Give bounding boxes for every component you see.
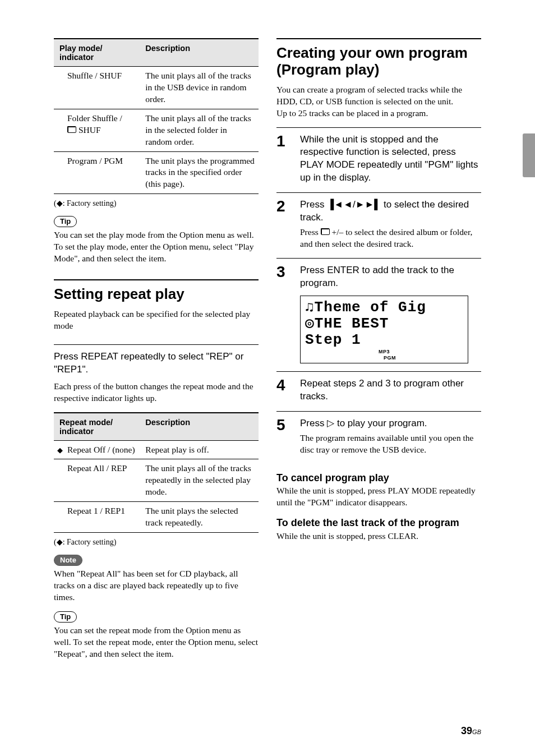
default-marker-icon: ◆: [57, 445, 63, 455]
step-sub: Press +/– to select the desired album or…: [300, 227, 481, 250]
table-row: Shuffle / SHUF The unit plays all of the…: [54, 67, 259, 109]
display-line: ◎THE BEST: [305, 316, 463, 332]
step-number: 1: [276, 133, 290, 185]
table-row: Folder Shuffle / SHUF The unit plays all…: [54, 109, 259, 151]
display-line: ♫Theme of Gig: [305, 299, 463, 316]
step-number: 5: [276, 417, 290, 456]
section-heading-program: Creating your own program (Program play): [276, 38, 481, 79]
display-indicator: PGM: [305, 356, 463, 361]
cancel-text: While the unit is stopped, press PLAY MO…: [276, 485, 481, 509]
tip-text: You can set the repeat mode from the Opt…: [54, 625, 259, 660]
mode-cell: Program / PGM: [67, 156, 123, 165]
mode-cell: Shuffle / SHUF: [67, 71, 122, 80]
mode-suffix: SHUF: [76, 125, 101, 135]
desc-cell: The unit plays all of the tracks in the …: [140, 67, 259, 109]
step: 5 Press ▷ to play your program. The prog…: [276, 411, 481, 464]
display-line: Step 1: [305, 332, 463, 348]
repeat-desc: Each press of the button changes the rep…: [54, 381, 259, 404]
page-number: 39GB: [461, 725, 481, 737]
note-text: When "Repeat All" has been set for CD pl…: [54, 568, 259, 603]
right-column: Creating your own program (Program play)…: [276, 38, 481, 668]
folder-icon: [321, 227, 330, 237]
folder-icon: [67, 125, 76, 135]
step: 1 While the unit is stopped and the resp…: [276, 127, 481, 193]
step-head: While the unit is stopped and the respec…: [300, 133, 481, 185]
desc-cell: The unit plays the programmed tracks in …: [140, 151, 259, 194]
step: 3 Press ENTER to add the track to the pr…: [276, 258, 481, 371]
table-header: Description: [145, 418, 190, 427]
table-header: Description: [145, 44, 190, 53]
display-indicator: MP3: [305, 349, 463, 354]
left-column: Play mode/ indicator Description Shuffle…: [54, 38, 259, 668]
play-mode-table: Play mode/ indicator Description Shuffle…: [54, 38, 259, 194]
step-head: Press ▐◄◄/►►▌ to select the desired trac…: [300, 199, 481, 224]
step-number: 2: [276, 199, 290, 250]
table-row: Repeat 1 / REP1 The unit plays the selec…: [54, 502, 259, 533]
desc-cell: The unit plays the selected track repeat…: [140, 502, 259, 533]
next-track-icon: ►►▌: [356, 199, 381, 210]
repeat-step: Press REPEAT repeatedly to select "REP" …: [54, 351, 259, 376]
step: 2 Press ▐◄◄/►►▌ to select the desired tr…: [276, 192, 481, 258]
table-row: ◆Repeat Off / (none) Repeat play is off.: [54, 440, 259, 459]
prog-intro: You can create a program of selected tra…: [276, 84, 481, 108]
tip-label: Tip: [54, 216, 77, 227]
repeat-mode-table: Repeat mode/ indicator Description ◆Repe…: [54, 412, 259, 533]
step-number: 4: [276, 377, 290, 403]
note-label: Note: [54, 555, 82, 566]
side-tab: [523, 133, 535, 177]
subheading-delete: To delete the last track of the program: [276, 517, 481, 529]
step-head: Press ENTER to add the track to the prog…: [300, 264, 481, 290]
desc-cell: The unit plays all of the tracks repeate…: [140, 459, 259, 502]
step-number: 3: [276, 264, 290, 363]
mode-cell: Repeat All / REP: [67, 463, 127, 473]
step-sub: The program remains available until you …: [300, 432, 481, 456]
table-header: Repeat mode/ indicator: [59, 418, 113, 436]
desc-cell: Repeat play is off.: [140, 440, 259, 459]
tip-label: Tip: [54, 611, 77, 623]
delete-text: While the unit is stopped, press CLEAR.: [276, 531, 481, 542]
step: 4 Repeat steps 2 and 3 to program other …: [276, 371, 481, 411]
tip-text: You can set the play mode from the Optio…: [54, 229, 259, 265]
mode-cell: Repeat 1 / REP1: [67, 506, 125, 515]
table-row: Repeat All / REP The unit plays all of t…: [54, 459, 259, 502]
step-head: Repeat steps 2 and 3 to program other tr…: [300, 377, 481, 403]
table-row: Program / PGM The unit plays the program…: [54, 151, 259, 194]
table-header: Play mode/ indicator: [59, 44, 103, 62]
unit-display: ♫Theme of Gig ◎THE BEST Step 1 MP3 PGM: [300, 296, 468, 363]
step-head: Press ▷ to play your program.: [300, 417, 481, 430]
desc-cell: The unit plays all of the tracks in the …: [140, 109, 259, 151]
section-heading-repeat: Setting repeat play: [54, 279, 259, 303]
mode-cell: Folder Shuffle /: [67, 113, 122, 123]
repeat-intro: Repeated playback can be specified for t…: [54, 308, 259, 332]
factory-setting-note: (◆: Factory setting): [54, 199, 259, 208]
prev-track-icon: ▐◄◄: [327, 199, 353, 210]
prog-intro: Up to 25 tracks can be placed in a progr…: [276, 108, 481, 119]
subheading-cancel: To cancel program play: [276, 472, 481, 485]
factory-setting-note: (◆: Factory setting): [54, 537, 259, 547]
play-icon: ▷: [327, 418, 334, 428]
mode-cell: Repeat Off / (none): [67, 445, 135, 454]
